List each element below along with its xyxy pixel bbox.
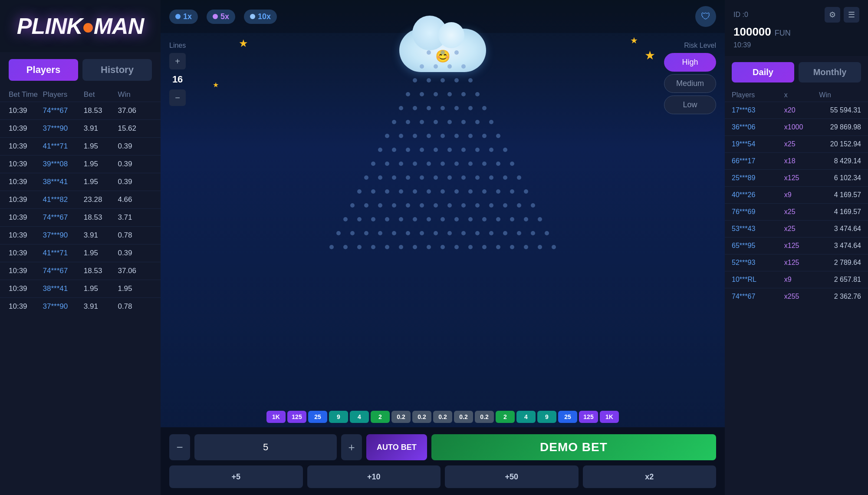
bucket-6: 0.2: [391, 411, 411, 423]
tab-daily[interactable]: Daily: [732, 62, 794, 82]
peg: [441, 217, 445, 221]
left-panel: PLINKMAN Players History Bet Time Player…: [0, 0, 161, 495]
auto-bet-button[interactable]: AUTO BET: [366, 434, 427, 460]
peg: [371, 189, 375, 194]
table-row: 10:39 74***67 18.53 3.71: [0, 208, 161, 226]
row-time: 10:39: [9, 160, 43, 168]
peg: [413, 106, 417, 110]
bucket-2: 25: [308, 411, 327, 423]
row-player: 41***71: [43, 142, 84, 151]
peg: [343, 217, 348, 221]
peg: [350, 231, 355, 235]
peg-row: [406, 92, 480, 96]
right-row-player: 74***67: [732, 293, 784, 300]
right-row-win: 2 789.64: [819, 259, 861, 267]
row-time: 10:39: [9, 249, 43, 257]
peg: [461, 203, 466, 208]
right-row-player: 52***93: [732, 259, 784, 267]
row-win: 3.71: [118, 213, 152, 222]
row-player: 39***08: [43, 160, 84, 168]
bucket-9: 0.2: [454, 411, 473, 423]
col-bet: Bet: [84, 90, 118, 99]
row-win: 1.95: [118, 284, 152, 293]
right-col-players: Players: [732, 91, 784, 99]
bucket-10: 0.2: [475, 411, 494, 423]
balance-amount: 100000: [733, 25, 771, 39]
peg: [496, 189, 500, 194]
bet-increase-button[interactable]: +: [341, 434, 362, 460]
peg: [413, 189, 417, 194]
peg-row: [420, 64, 466, 69]
logo-wrapper: PLINKMAN: [17, 13, 144, 39]
row-win: 0.39: [118, 142, 152, 151]
mult-10x-label: 10x: [258, 12, 271, 21]
demo-bet-button[interactable]: DEMO BET: [431, 434, 716, 460]
peg-row: [427, 50, 459, 55]
row-player: 74***67: [43, 106, 84, 115]
quick-bet-+50-button[interactable]: +50: [445, 465, 579, 488]
right-header: ID :0 ⚙ ☰ 100000 FUN 10:39: [725, 0, 868, 56]
peg: [392, 231, 396, 235]
peg-row: [357, 189, 528, 194]
quick-bet-x2-button[interactable]: x2: [583, 465, 717, 488]
bucket-14: 25: [558, 411, 577, 423]
peg: [475, 148, 480, 152]
right-row-multiplier: x125: [784, 174, 819, 182]
quick-bet-+10-button[interactable]: +10: [307, 465, 441, 488]
peg: [413, 245, 417, 249]
settings-button[interactable]: ⚙: [825, 7, 840, 23]
peg: [461, 64, 466, 69]
row-win: 0.78: [118, 231, 152, 240]
row-bet: 1.95: [84, 142, 118, 151]
mult-1x-label: 1x: [183, 12, 192, 21]
peg: [427, 217, 431, 221]
right-table-row: 40***26 x9 4 169.57: [725, 186, 868, 203]
tab-players[interactable]: Players: [9, 59, 78, 81]
peg: [447, 175, 452, 180]
peg-board: [161, 37, 725, 406]
peg: [447, 92, 452, 96]
app-logo: PLINKMAN: [17, 13, 144, 39]
col-bet-time: Bet Time: [9, 90, 43, 99]
peg: [413, 162, 417, 166]
peg: [468, 134, 473, 138]
tab-history[interactable]: History: [82, 59, 152, 81]
peg: [385, 134, 389, 138]
row-player: 37***90: [43, 302, 84, 311]
right-table-row: 53***43 x25 3 474.64: [725, 220, 868, 237]
mult-1x-badge[interactable]: 1x: [169, 10, 198, 24]
peg: [420, 175, 424, 180]
shield-button[interactable]: 🛡: [695, 6, 716, 27]
peg: [524, 217, 528, 221]
tab-monthly[interactable]: Monthly: [799, 62, 861, 82]
peg: [420, 92, 424, 96]
right-row-win: 4 169.57: [819, 208, 861, 216]
right-row-player: 53***43: [732, 225, 784, 233]
bucket-16: 1K: [600, 411, 619, 423]
row-time: 10:39: [9, 213, 43, 222]
mult-5x-badge[interactable]: 5x: [207, 10, 235, 24]
peg: [427, 134, 431, 138]
peg: [441, 134, 445, 138]
peg: [489, 231, 493, 235]
user-id: ID :0: [733, 11, 748, 19]
peg: [468, 217, 473, 221]
peg: [475, 231, 480, 235]
quick-bet-+5-button[interactable]: +5: [169, 465, 303, 488]
peg: [385, 217, 389, 221]
peg-row: [336, 231, 549, 235]
right-row-win: 29 869.98: [819, 123, 861, 131]
row-bet: 1.95: [84, 249, 118, 257]
mult-10x-badge[interactable]: 10x: [244, 10, 277, 24]
right-table-row: 74***67 x255 2 362.76: [725, 288, 868, 305]
menu-button[interactable]: ☰: [844, 7, 859, 23]
peg-row: [343, 217, 542, 221]
peg: [510, 189, 514, 194]
bet-decrease-button[interactable]: −: [169, 434, 190, 460]
peg: [538, 217, 542, 221]
peg: [441, 245, 445, 249]
row-win: 15.62: [118, 124, 152, 133]
peg: [447, 203, 452, 208]
peg: [413, 217, 417, 221]
row-bet: 1.95: [84, 284, 118, 293]
